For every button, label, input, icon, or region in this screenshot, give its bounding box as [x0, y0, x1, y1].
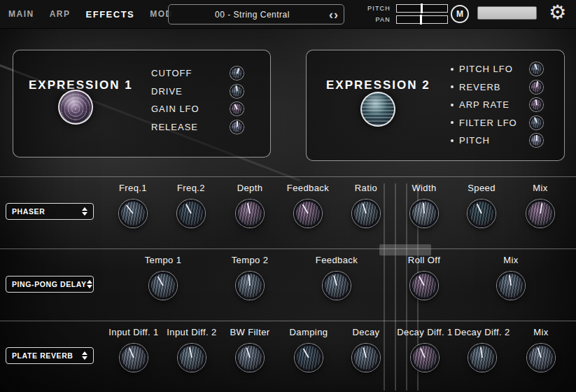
effect1-type-label: PHASER [12, 207, 45, 216]
knob-group-mix: Mix [482, 255, 540, 300]
expression2-title: EXPRESSION 2 [326, 78, 430, 92]
bullet-dot [451, 85, 454, 88]
knob-group-decay-diff2: Decay Diff. 2 [453, 327, 512, 372]
expression1-morph-pad[interactable] [58, 90, 93, 125]
tab-arp[interactable]: ARP [50, 9, 71, 19]
target-label: GAIN LFO [151, 104, 230, 114]
bullet-dot [451, 68, 454, 71]
target-label: ARP RATE [459, 99, 530, 110]
nav-tabs: MAIN ARP EFFECTS MOD [8, 0, 173, 28]
master-volume-slider[interactable] [477, 6, 537, 20]
reverb-amount-knob[interactable] [530, 80, 543, 94]
top-bar: MAIN ARP EFFECTS MOD 00 - String Central… [0, 0, 576, 28]
effect1-type-select[interactable]: PHASER [6, 203, 94, 220]
knob-group-freq1: Freq.1 [104, 183, 162, 227]
knob-group-rolloff: Roll Off [395, 255, 454, 300]
speed-knob[interactable] [468, 200, 496, 227]
knob-group-damping: Damping [279, 327, 338, 372]
depth-knob[interactable] [236, 200, 264, 227]
freq1-knob[interactable] [119, 200, 147, 227]
expression1-item-drive: DRIVE [151, 83, 244, 101]
mix-knob[interactable] [497, 272, 525, 300]
expression1-item-gain-lfo: GAIN LFO [151, 100, 244, 118]
preset-prev-icon[interactable]: ‹ [329, 8, 333, 21]
expression1-item-cutoff: CUTOFF [151, 64, 244, 83]
knob-group-decay: Decay [337, 327, 395, 372]
knob-label: Mix [482, 255, 540, 267]
effect3-type-select[interactable]: PLATE REVERB [6, 347, 94, 364]
release-amount-knob[interactable] [230, 120, 244, 134]
input-diff2-knob[interactable] [178, 344, 206, 372]
knob-label: Feedback [279, 183, 337, 195]
expression1-item-release: RELEASE [151, 118, 244, 136]
pan-slider[interactable] [396, 15, 448, 24]
knob-group-decay-diff1: Decay Diff. 1 [395, 327, 454, 372]
knob-group-mix: Mix [511, 183, 570, 227]
pitch-lfo-amount-knob[interactable] [530, 62, 543, 76]
knob-label: Decay Diff. 1 [395, 327, 454, 339]
expression2-morph-pad[interactable] [360, 92, 395, 127]
preset-arrows: ‹ › [323, 8, 344, 21]
expression1-panel: EXPRESSION 1 CUTOFF DRIVE GAIN LFO RELEA… [13, 50, 271, 158]
bullet-dot [451, 104, 454, 106]
effect3-type-label: PLATE REVERB [12, 351, 73, 360]
damping-knob[interactable] [295, 344, 323, 372]
bw-filter-knob[interactable] [236, 344, 264, 372]
cutoff-amount-knob[interactable] [230, 66, 244, 80]
target-label: REVERB [459, 82, 530, 92]
expression2-item-filter-lfo: FILTER LFO [451, 114, 543, 132]
knob-label: BW Filter [220, 327, 279, 339]
freq2-knob[interactable] [177, 200, 205, 227]
decay-diff1-knob[interactable] [411, 344, 439, 372]
effect-slot-2: PING-PONG DELAY Tempo 1 Tempo 2 Feedback… [0, 248, 576, 321]
input-diff1-knob[interactable] [120, 344, 148, 372]
knob-label: Depth [220, 183, 279, 195]
knob-label: Speed [452, 183, 511, 195]
tab-main[interactable]: MAIN [8, 9, 34, 19]
tempo1-knob[interactable] [149, 272, 177, 300]
knob-label: Input Diff. 2 [162, 327, 221, 339]
feedback-knob[interactable] [323, 272, 351, 300]
width-knob[interactable] [410, 200, 438, 227]
knob-label: Decay Diff. 2 [453, 327, 512, 339]
drive-amount-knob[interactable] [230, 85, 244, 98]
knob-label: Feedback [307, 255, 366, 267]
pitch-row: PITCH [350, 3, 448, 14]
preset-selector[interactable]: 00 - String Central ‹ › [168, 4, 344, 24]
mix-knob[interactable] [527, 344, 555, 372]
mix-knob[interactable] [526, 200, 554, 227]
bullet-dot [451, 139, 454, 142]
knob-group-depth: Depth [220, 183, 279, 227]
knob-group-tempo2: Tempo 2 [220, 255, 279, 300]
knob-group-mix: Mix [512, 327, 570, 372]
tempo2-knob[interactable] [236, 272, 264, 300]
preset-next-icon[interactable]: › [334, 8, 338, 21]
settings-gear-icon[interactable]: ⚙ [549, 1, 566, 24]
pitch-amount-knob[interactable] [530, 134, 543, 147]
pitch-slider[interactable] [396, 4, 448, 13]
knob-group-freq2: Freq.2 [162, 183, 220, 227]
knob-group-feedback: Feedback [307, 255, 366, 300]
tab-effects[interactable]: EFFECTS [86, 9, 135, 20]
knob-group-input-diff2: Input Diff. 2 [162, 327, 221, 372]
ratio-knob[interactable] [352, 200, 380, 227]
feedback-knob[interactable] [294, 200, 322, 227]
select-updown-icon [82, 351, 87, 360]
filter-lfo-amount-knob[interactable] [530, 116, 543, 130]
arp-rate-amount-knob[interactable] [530, 98, 543, 111]
gain-lfo-amount-knob[interactable] [230, 102, 244, 115]
select-updown-icon [82, 207, 87, 216]
preset-name: 00 - String Central [169, 10, 323, 20]
expression2-item-pitch-lfo: PITCH LFO [451, 60, 543, 78]
effect2-type-select[interactable]: PING-PONG DELAY [6, 276, 94, 293]
pitch-pan-section: PITCH PAN [350, 3, 448, 25]
decay-diff2-knob[interactable] [468, 344, 496, 372]
knob-group-tempo1: Tempo 1 [134, 255, 192, 300]
rolloff-knob[interactable] [410, 272, 438, 300]
knob-group-width: Width [395, 183, 454, 227]
knob-label: Mix [512, 327, 570, 339]
expression2-panel: EXPRESSION 2 PITCH LFO REVERB ARP RATE F… [306, 50, 565, 161]
target-label: RELEASE [151, 122, 230, 132]
decay-knob[interactable] [352, 344, 380, 372]
mute-button[interactable]: M [451, 5, 469, 23]
